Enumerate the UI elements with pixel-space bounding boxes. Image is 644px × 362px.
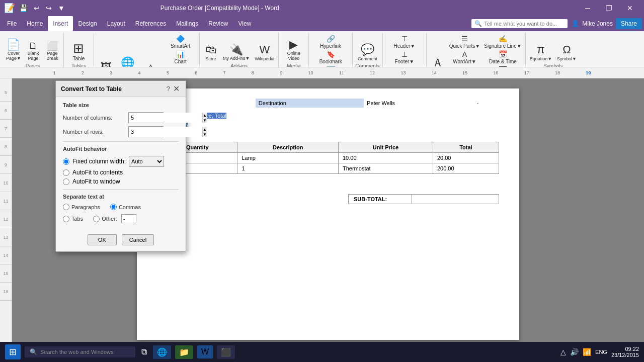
menu-home[interactable]: Home	[22, 16, 48, 31]
rows-input[interactable]	[129, 127, 202, 137]
footer-button[interactable]: ⊥ Footer▼	[385, 50, 424, 65]
dialog-help-button[interactable]: ?	[167, 84, 170, 94]
cell-desc2: Thermostat	[338, 163, 433, 174]
comment-button[interactable]: 💬 Comment	[356, 34, 379, 62]
fixed-col-radio[interactable]	[63, 158, 69, 165]
col-unitprice: Unit Price	[338, 142, 433, 153]
text-col2: ✍ Signature Line▼ 📅 Date & Time ⬛ Object…	[482, 34, 523, 67]
edge-button[interactable]: 🌐	[153, 345, 171, 359]
ribbon-group-links: 🔗 Hyperlink 🔖 Bookmark 🔄 Cross-reference…	[309, 33, 353, 67]
close-button[interactable]: ✕	[620, 3, 640, 14]
wikipedia-button[interactable]: W Wikipedia	[253, 34, 276, 62]
tables-group-label: Tables	[71, 63, 86, 67]
explorer-button[interactable]: 📁	[175, 345, 193, 359]
search-box[interactable]: 🔍	[471, 19, 568, 28]
cover-page-label: CoverPage▼	[6, 51, 21, 61]
myaddin-button[interactable]: 🔌 My Add-ins▼	[221, 34, 252, 62]
tabs-label: Tabs	[71, 216, 83, 222]
ribbon-illustrations-items: 🖼 Pictures 🌐 OnlinePictures △ Shapes▼ 🔷 …	[96, 34, 197, 67]
menu-view[interactable]: View	[233, 16, 257, 31]
signature-button[interactable]: ✍ Signature Line▼	[482, 34, 523, 49]
menu-review[interactable]: Review	[203, 16, 233, 31]
dialog-title-bar: Convert Text to Table ? ✕	[56, 81, 186, 97]
cancel-button[interactable]: Cancel	[122, 234, 154, 245]
rows-spinner[interactable]: ▲ ▼	[128, 126, 164, 137]
menu-file[interactable]: File	[2, 16, 22, 31]
paragraphs-radio[interactable]	[63, 204, 69, 210]
ribbon-group-illustrations: 🖼 Pictures 🌐 OnlinePictures △ Shapes▼ 🔷 …	[94, 33, 200, 67]
dialog-title-text: Convert Text to Table	[61, 85, 122, 93]
restore-button[interactable]: ❐	[599, 3, 619, 14]
header-destination: Destination	[256, 99, 364, 108]
ruler: 123 456 789 101112 131415 161718 19	[0, 67, 644, 78]
redo-button[interactable]: ↪	[44, 3, 54, 13]
menu-mailings[interactable]: Mailings	[171, 16, 203, 31]
autofit-contents-row: AutoFit to contents	[63, 169, 179, 176]
datetime-button[interactable]: 📅 Date & Time	[482, 50, 523, 65]
rows-spin-down[interactable]: ▼	[202, 132, 207, 137]
symbol-button[interactable]: Ω Symbol▼	[555, 34, 579, 62]
pictures-button[interactable]: 🖼 Pictures	[96, 52, 117, 67]
ok-button[interactable]: OK	[88, 234, 117, 245]
convert-text-to-table-dialog[interactable]: Convert Text to Table ? ✕ Table size Num…	[55, 80, 186, 252]
bookmark-button[interactable]: 🔖 Bookmark	[311, 50, 350, 65]
minimize-button[interactable]: ─	[578, 3, 598, 14]
task-view-button[interactable]: ⧉	[139, 345, 149, 358]
blank-page-button[interactable]: 🗋 BlankPage	[24, 34, 42, 62]
smartart-button[interactable]: 🔷 SmartArt	[164, 34, 197, 49]
header-button[interactable]: ⊤ Header▼	[385, 34, 424, 49]
dialog-close-button[interactable]: ✕	[172, 84, 181, 94]
header-dash: -	[474, 99, 499, 108]
subtotal-value	[412, 195, 499, 204]
menu-insert[interactable]: Insert	[48, 16, 73, 31]
other-radio[interactable]	[93, 216, 100, 222]
save-button[interactable]: 💾	[17, 3, 30, 13]
shapes-button[interactable]: △ Shapes▼	[139, 52, 163, 67]
menu-design[interactable]: Design	[73, 16, 102, 31]
store-button[interactable]: 🛍 Store	[202, 34, 220, 62]
tabs-radio[interactable]	[63, 216, 69, 222]
commas-radio[interactable]	[110, 204, 117, 210]
autofit-window-row: AutoFit to window	[63, 178, 179, 185]
columns-spin-down[interactable]: ▼	[202, 118, 207, 123]
columns-row: Number of columns: ▲ ▼	[63, 112, 179, 123]
textbox-button[interactable]: Ａ TextBox▼	[429, 52, 447, 67]
columns-spinner[interactable]: ▲ ▼	[128, 112, 164, 123]
chart-button[interactable]: 📊 Chart	[164, 50, 197, 65]
search-input[interactable]	[484, 21, 565, 27]
chart-label: Chart	[174, 59, 186, 64]
blank-page-icon: 🗋	[29, 41, 38, 50]
equation-button[interactable]: π Equation▼	[528, 34, 554, 62]
table-button[interactable]: ⊞ Table	[66, 34, 91, 62]
rows-spin-up[interactable]: ▲	[202, 127, 207, 132]
autofit-window-radio[interactable]	[63, 178, 69, 185]
word-button[interactable]: W	[197, 345, 213, 358]
quickparts-button[interactable]: ☰ Quick Parts▼	[448, 34, 482, 49]
columns-input[interactable]	[129, 113, 202, 123]
taskbar-search[interactable]: 🔍 Search the web and Windows	[25, 346, 135, 357]
illustrations-col: 🔷 SmartArt 📊 Chart 📷 Screenshot▼	[164, 34, 197, 67]
hyperlink-button[interactable]: 🔗 Hyperlink	[311, 34, 350, 49]
page-break-label: PageBreak	[46, 51, 58, 61]
start-button[interactable]: ⊞	[5, 344, 21, 359]
commas-group: Commas	[110, 204, 141, 210]
cover-page-button[interactable]: 📄 CoverPage▼	[4, 34, 23, 62]
columns-spin-up[interactable]: ▲	[202, 113, 207, 118]
online-pictures-button[interactable]: 🌐 OnlinePictures	[117, 52, 138, 67]
autofit-contents-radio[interactable]	[63, 169, 69, 176]
left-ruler: 5 6 7 8 9 10 11 12 13 14 15 16	[0, 78, 12, 348]
fixed-col-select[interactable]: Auto	[129, 156, 164, 167]
other-input[interactable]	[121, 214, 136, 223]
undo-button[interactable]: ↩	[32, 3, 42, 13]
online-video-button[interactable]: ▶ OnlineVideo	[285, 34, 303, 62]
rows-row: Number of rows: ▲ ▼	[63, 126, 179, 137]
menu-layout[interactable]: Layout	[102, 16, 130, 31]
menu-references[interactable]: References	[130, 16, 171, 31]
subtotal-table: SUB-TOTAL:	[348, 194, 499, 204]
other-app-button[interactable]: ⬛	[217, 345, 235, 359]
page-break-button[interactable]: ⬜ PageBreak	[43, 34, 61, 62]
header-label: Header▼	[394, 43, 416, 49]
customize-button[interactable]: ▼	[56, 3, 67, 13]
wordart-button[interactable]: A WordArt▼	[448, 50, 482, 65]
share-button[interactable]: Share	[616, 18, 642, 29]
